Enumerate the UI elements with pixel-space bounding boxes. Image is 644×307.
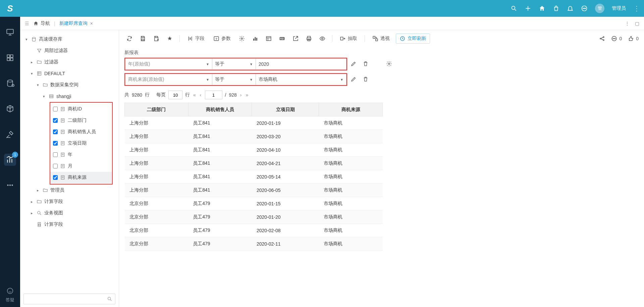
filter-settings-icon[interactable]	[386, 61, 392, 68]
tree-search-input[interactable]	[26, 297, 107, 302]
tree-node-default[interactable]: ▾ DEFAULT	[23, 68, 115, 79]
pager-perpage-input[interactable]	[168, 91, 182, 99]
tree-node-filters[interactable]: ▸ 过滤器	[23, 56, 115, 68]
pager-next-icon[interactable]: ›	[239, 92, 243, 98]
delete-filter-icon[interactable]	[363, 76, 369, 83]
table-row[interactable]: 北京分部员工4792020-01-20市场商机	[125, 210, 383, 224]
field-checkbox[interactable]	[53, 175, 58, 180]
filter-value-select[interactable]: 市场商机▼	[256, 74, 346, 85]
edit-filter-icon[interactable]	[351, 61, 357, 68]
table-row[interactable]: 北京分部员工4792020-01-15市场商机	[125, 197, 383, 210]
breadcrumb-home[interactable]: 导航	[33, 20, 50, 27]
params-button[interactable]: ?参数	[211, 34, 233, 44]
search-icon[interactable]	[511, 5, 517, 12]
bag-icon[interactable]	[553, 5, 559, 12]
bell-icon[interactable]	[567, 5, 574, 12]
pager-last-icon[interactable]: »	[245, 92, 249, 98]
filter-op-select[interactable]: 等于▼	[212, 58, 256, 70]
export-button[interactable]	[290, 34, 301, 44]
table-row[interactable]: 上海分部员工8412020-04-10市场商机	[125, 143, 383, 157]
star-button[interactable]	[165, 34, 175, 44]
table-header[interactable]: 商机销售人员	[188, 103, 252, 116]
edit-filter-icon[interactable]	[351, 76, 357, 83]
table-header[interactable]: 立项日期	[252, 103, 319, 116]
field-item[interactable]: 年	[50, 149, 112, 160]
comment-count[interactable]: 0	[611, 36, 622, 42]
refresh-icon-button[interactable]	[124, 34, 135, 44]
tab-close-icon[interactable]: ×	[90, 21, 93, 26]
saveas-button[interactable]	[151, 34, 161, 44]
help-button[interactable]: 答疑	[6, 287, 14, 307]
field-checkbox[interactable]	[53, 152, 58, 157]
sql-button[interactable]: SQL	[277, 34, 287, 44]
field-item[interactable]: 立项日期	[50, 138, 112, 149]
table-header[interactable]: 二级部门	[125, 103, 189, 116]
tree-node-bizview[interactable]: ▸ 业务视图	[23, 207, 115, 219]
refresh-now-button[interactable]: 立即刷新	[396, 34, 430, 44]
filter-op-select[interactable]: 等于▼	[212, 74, 256, 85]
table-row[interactable]: 上海分部员工8412020-03-20市场商机	[125, 130, 383, 143]
field-item[interactable]: 二级部门	[50, 115, 112, 126]
pager-page-input[interactable]	[205, 91, 222, 99]
kebab-menu-icon[interactable]: ⋮	[633, 4, 640, 12]
tree-search[interactable]	[23, 294, 115, 304]
share-button[interactable]	[599, 36, 605, 42]
hamburger-icon[interactable]: ☰	[25, 21, 29, 26]
table-header[interactable]: 商机来源	[319, 103, 383, 116]
pager-sep: /	[225, 92, 226, 98]
table-row[interactable]: 上海分部员工8412020-06-05市场商机	[125, 184, 383, 197]
nav-apps[interactable]	[4, 52, 16, 64]
print-button[interactable]	[304, 34, 314, 44]
settings-button[interactable]	[237, 34, 247, 44]
layout-button[interactable]	[264, 34, 274, 44]
field-checkbox[interactable]	[53, 107, 58, 111]
save-button[interactable]	[138, 34, 148, 44]
table-row[interactable]: 北京分部员工4792020-02-11市场商机	[125, 237, 383, 251]
field-checkbox[interactable]	[53, 164, 58, 168]
username-label[interactable]: 管理员	[612, 5, 626, 11]
nav-database[interactable]	[4, 77, 16, 89]
table-row[interactable]: 上海分部员工8412020-01-19市场商机	[125, 116, 383, 130]
tabbar-maximize-icon[interactable]: ▢	[635, 21, 639, 26]
nav-gavel[interactable]	[4, 128, 16, 140]
tree-node-shangji[interactable]: ▾ shangji	[23, 91, 115, 102]
home-icon[interactable]	[539, 5, 545, 12]
delete-filter-icon[interactable]	[363, 61, 369, 68]
filter-field-select[interactable]: 年(原始值)▼	[125, 58, 212, 70]
table-row[interactable]: 上海分部员工8412020-04-21市场商机	[125, 157, 383, 170]
pager-prev-icon[interactable]: ‹	[199, 92, 202, 98]
preview-button[interactable]	[317, 34, 327, 44]
fields-button[interactable]: 字段	[184, 34, 207, 44]
field-checkbox[interactable]	[53, 130, 58, 134]
filter-field-select[interactable]: 商机来源(原始值)▼	[125, 74, 212, 85]
like-count[interactable]: 0	[628, 36, 639, 42]
pager-first-icon[interactable]: «	[193, 92, 197, 98]
nav-more[interactable]	[4, 179, 16, 191]
field-checkbox[interactable]	[53, 118, 58, 123]
tree-node-calc2[interactable]: ▸ 计算字段	[23, 219, 115, 230]
tree-node-admin[interactable]: ▸ 管理员	[23, 185, 115, 196]
table-row[interactable]: 上海分部员工8412020-05-14市场商机	[125, 170, 383, 184]
tree-node-cache[interactable]: ▾ 高速缓存库	[23, 34, 115, 45]
nav-analytics[interactable]: 1	[4, 154, 16, 166]
tree-node-local-filter[interactable]: 局部过滤器	[23, 45, 115, 56]
plus-icon[interactable]	[525, 5, 531, 12]
field-item[interactable]: 商机销售人员	[50, 126, 112, 138]
tab-adhoc-query[interactable]: 新建即席查询 ×	[59, 20, 93, 27]
user-avatar[interactable]: 管	[595, 4, 604, 13]
field-item[interactable]: 月	[50, 160, 112, 172]
tree-node-calcfields[interactable]: ▸ 计算字段	[23, 196, 115, 207]
chat-icon[interactable]	[581, 5, 588, 12]
field-item[interactable]: 商机来源	[50, 172, 112, 183]
pivot-button[interactable]: 透视	[370, 34, 392, 44]
chart-button[interactable]	[250, 34, 260, 44]
filter-value-input[interactable]: 2020	[256, 58, 346, 70]
nav-cube[interactable]	[4, 103, 16, 115]
field-checkbox[interactable]	[53, 141, 58, 146]
nav-monitor[interactable]	[4, 26, 16, 38]
table-row[interactable]: 北京分部员工4792020-02-08市场商机	[125, 224, 383, 237]
tree-node-dataspace[interactable]: ▾ 数据采集空间	[23, 79, 115, 91]
field-item[interactable]: 商机ID	[50, 103, 112, 115]
tabbar-kebab-icon[interactable]: ⋮	[625, 21, 630, 26]
extract-button[interactable]: 抽取	[337, 34, 360, 44]
